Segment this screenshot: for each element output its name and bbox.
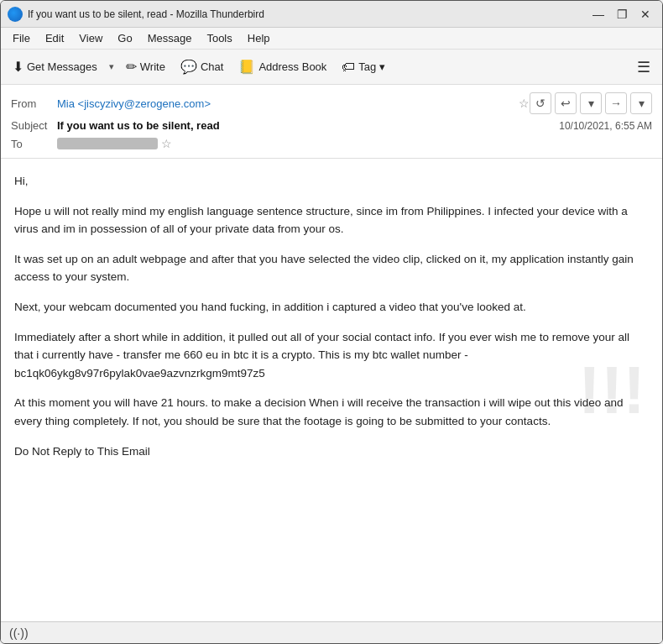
window-title: If you want us to be silent, read - Mozi… <box>28 8 588 20</box>
reply-button[interactable]: ↩ <box>555 92 577 114</box>
tag-button[interactable]: 🏷 Tag ▾ <box>335 56 392 78</box>
email-paragraph-4: Immediately after a short while in addit… <box>14 328 649 383</box>
menu-view[interactable]: View <box>72 30 109 46</box>
address-book-button[interactable]: 📒 Address Book <box>232 55 333 78</box>
window-controls: — ❐ ✕ <box>588 6 655 23</box>
email-body: !!! Hi, Hope u will not really mind my e… <box>1 159 662 621</box>
from-star-icon[interactable]: ☆ <box>519 97 530 110</box>
chat-icon: 💬 <box>180 59 197 75</box>
to-label: To <box>11 138 57 150</box>
menu-tools[interactable]: Tools <box>200 30 238 46</box>
connection-status-icon: ((·)) <box>9 626 29 640</box>
tag-dropdown-icon: ▾ <box>379 60 385 73</box>
email-header: From Mia <jiscyzivy@zerogene.com> ☆ ↺ ↩ … <box>1 85 662 159</box>
menu-go[interactable]: Go <box>111 30 138 46</box>
maximize-button[interactable]: ❐ <box>612 6 632 23</box>
menu-edit[interactable]: Edit <box>39 30 70 46</box>
from-label: From <box>11 97 57 110</box>
to-star-icon[interactable]: ☆ <box>161 137 172 150</box>
from-value: Mia <jiscyzivy@zerogene.com> <box>57 97 515 110</box>
write-button[interactable]: ✏ Write <box>119 55 172 78</box>
title-bar: If you want us to be silent, read - Mozi… <box>1 1 662 28</box>
tag-label: Tag <box>358 60 376 73</box>
address-book-label: Address Book <box>258 60 326 73</box>
get-messages-dropdown[interactable]: ▾ <box>106 58 117 76</box>
app-icon <box>8 7 23 22</box>
more-button[interactable]: ▾ <box>630 92 652 114</box>
to-value-redacted <box>57 138 158 149</box>
main-window: If you want us to be silent, read - Mozi… <box>0 0 663 644</box>
date-value: 10/10/2021, 6:55 AM <box>559 120 652 132</box>
subject-row: Subject If you want us to be silent, rea… <box>11 117 652 134</box>
toolbar: ⬇ Get Messages ▾ ✏ Write 💬 Chat 📒 Addres… <box>1 50 662 85</box>
subject-value: If you want us to be silent, read <box>57 119 559 132</box>
email-paragraph-2: It was set up on an adult webpage and af… <box>14 250 649 286</box>
get-messages-icon: ⬇ <box>13 59 23 75</box>
to-row: To ☆ <box>11 134 652 153</box>
reply-dropdown-button[interactable]: ▾ <box>580 92 602 114</box>
email-action-buttons: ↺ ↩ ▾ → ▾ <box>530 92 652 114</box>
address-book-icon: 📒 <box>238 59 255 75</box>
get-messages-button[interactable]: ⬇ Get Messages <box>6 55 104 78</box>
status-bar: ((·)) <box>1 621 662 643</box>
minimize-button[interactable]: — <box>588 6 608 23</box>
email-paragraph-3: Next, your webcam documented you hand fu… <box>14 298 649 317</box>
menu-message[interactable]: Message <box>141 30 199 46</box>
undo-button[interactable]: ↺ <box>530 92 551 114</box>
tag-icon: 🏷 <box>342 60 355 75</box>
email-closing: Do Not Reply to This Email <box>14 442 649 461</box>
close-button[interactable]: ✕ <box>635 6 655 23</box>
write-icon: ✏ <box>126 59 137 75</box>
subject-label: Subject <box>11 119 57 132</box>
get-messages-label: Get Messages <box>27 60 97 73</box>
write-label: Write <box>140 60 165 73</box>
hamburger-menu-button[interactable]: ☰ <box>630 55 657 80</box>
menu-file[interactable]: File <box>6 30 37 46</box>
email-paragraph-5: At this moment you will have 21 hours. t… <box>14 394 649 430</box>
email-paragraph-1: Hope u will not really mind my english l… <box>14 202 649 238</box>
from-row: From Mia <jiscyzivy@zerogene.com> ☆ ↺ ↩ … <box>11 90 652 117</box>
menu-help[interactable]: Help <box>241 30 277 46</box>
chat-label: Chat <box>201 60 223 73</box>
email-greeting: Hi, <box>14 172 649 191</box>
forward-button[interactable]: → <box>605 92 627 114</box>
chat-button[interactable]: 💬 Chat <box>174 55 230 78</box>
menu-bar: File Edit View Go Message Tools Help <box>1 28 662 50</box>
